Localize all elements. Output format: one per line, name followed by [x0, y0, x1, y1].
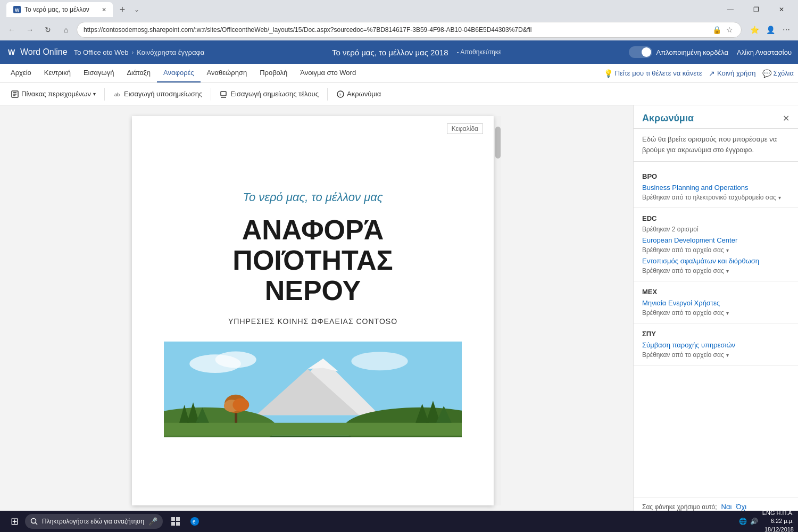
minimize-button[interactable]: — — [718, 0, 743, 19]
doc-subtitle: Το νερό μας, το μέλλον μας — [164, 190, 462, 204]
new-tab-button[interactable]: + — [115, 2, 130, 17]
edge-icon: e — [190, 517, 200, 526]
svg-point-16 — [351, 352, 408, 370]
simplified-ribbon-toggle[interactable] — [629, 46, 652, 58]
taskbar-sys-icons: 🌐 🔊 — [739, 518, 758, 525]
refresh-button[interactable]: ↻ — [40, 22, 55, 37]
acronym-source-bpo: Βρέθηκαν από το ηλεκτρονικό ταχυδρομείο … — [642, 194, 789, 201]
taskbar-time: ENG Η.Π.Α. 6:22 μ.μ. 18/12/2018 — [762, 509, 794, 532]
tab-close-button[interactable]: ✕ — [102, 6, 106, 13]
microphone-icon[interactable]: 🎤 — [148, 517, 157, 526]
doc-org: ΥΠΗΡΕΣΙΕΣ ΚΟΙΝΗΣ ΩΦΕΛΕΙΑΣ CONTOSO — [164, 317, 462, 326]
doc-main-title: ΑΝΑΦΟΡΆ ΠΟΙΌΤΗΤΑΣ ΝΕΡΟΥ — [164, 215, 462, 306]
acronym-link-edc-2[interactable]: Εντοπισμός σφαλμάτων και διόρθωση — [642, 257, 789, 265]
source-expand-spy[interactable]: ▾ — [726, 352, 729, 358]
breadcrumb-item-1[interactable]: To Office oto Web — [74, 48, 129, 56]
tab-layout[interactable]: Διάταξη — [120, 64, 157, 82]
acronym-code-edc: EDC — [642, 214, 789, 222]
panel-close-button[interactable]: ✕ — [783, 113, 789, 123]
browser-titlebar: W Το νερό μας, το μέλλον ✕ + ⌄ — ❐ ✕ — [0, 0, 798, 19]
endnote-button[interactable]: Εισαγωγή σημείωσης τέλους — [215, 88, 323, 101]
tab-insert[interactable]: Εισαγωγή — [77, 64, 120, 82]
word-logo: W Word Online — [6, 46, 68, 59]
svg-text:?: ? — [339, 93, 342, 97]
panel-header: Ακρωνύμια ✕ — [634, 105, 798, 129]
taskbar-search[interactable]: Πληκτρολογήστε εδώ για αναζήτηση 🎤 — [25, 514, 163, 529]
restore-button[interactable]: ❐ — [744, 0, 768, 19]
source-expand-bpo[interactable]: ▾ — [778, 195, 781, 201]
footnote-button[interactable]: ab Εισαγωγή υποσημείωσης — [109, 88, 206, 101]
start-button[interactable]: ⊞ — [4, 516, 25, 527]
user-name[interactable]: Αλίκη Αναστασίου — [737, 48, 792, 56]
document-scroll-area[interactable]: Κεφαλίδα Το νερό μας, το μέλλον μας ΑΝΑΦ… — [0, 105, 633, 516]
taskbar-task-view[interactable] — [167, 513, 184, 530]
toolbar-separator-3 — [327, 88, 328, 101]
source-expand-edc-2[interactable]: ▾ — [726, 268, 729, 274]
acronyms-panel: Ακρωνύμια ✕ Εδώ θα βρείτε ορισμούς που μ… — [633, 105, 798, 516]
browser-tab-active[interactable]: W Το νερό μας, το μέλλον ✕ — [6, 2, 113, 17]
current-date: 18/12/2018 — [762, 526, 794, 532]
acronym-item-bpo: BPO Business Planning and Operations Βρέ… — [634, 166, 798, 208]
current-time: 6:22 μ.μ. — [762, 517, 794, 525]
search-placeholder: Πληκτρολογήστε εδώ για αναζήτηση — [42, 518, 144, 525]
source-expand-mex[interactable]: ▾ — [726, 310, 729, 316]
breadcrumb-item-2[interactable]: Κοινόχρηστα έγγραφα — [137, 48, 204, 56]
tab-review[interactable]: Αναθεώρηση — [201, 64, 254, 82]
acronym-count-edc: Βρέθηκαν 2 ορισμοί — [642, 226, 789, 233]
extensions-button[interactable]: ⭐ — [747, 22, 762, 37]
toc-button[interactable]: Πίνακας περιεχομένων ▾ — [6, 88, 100, 101]
acronyms-button[interactable]: ? Ακρωνύμια — [332, 88, 385, 101]
word-header: W Word Online To Office oto Web › Κοινόχ… — [0, 40, 798, 64]
simplified-ribbon-toggle-area: Απλοποιημένη κορδέλα — [629, 46, 729, 58]
tab-menu-button[interactable]: ⌄ — [134, 6, 139, 13]
acronym-link-bpo[interactable]: Business Planning and Operations — [642, 184, 789, 192]
panel-footer-text: Σας φάνηκε χρήσιμο αυτό; — [642, 503, 717, 511]
home-button[interactable]: ⌂ — [59, 22, 73, 37]
tab-references[interactable]: Αναφορές — [157, 64, 201, 82]
scrollbar-thumb[interactable] — [495, 127, 501, 159]
svg-rect-37 — [171, 522, 175, 526]
address-bar[interactable]: https://contosodemosg.sharepoint.com/:w:… — [77, 22, 742, 38]
comment-icon: 💬 — [762, 69, 771, 78]
tab-view[interactable]: Προβολή — [253, 64, 294, 82]
more-button[interactable]: ⋯ — [779, 22, 794, 37]
simplified-ribbon-label: Απλοποιημένη κορδέλα — [656, 48, 729, 56]
taskbar-right: 🌐 🔊 ENG Η.Π.Α. 6:22 μ.μ. 18/12/2018 — [739, 509, 794, 532]
source-expand-edc-1[interactable]: ▾ — [726, 247, 729, 253]
acronym-source-edc-1: Βρέθηκαν από το αρχείο σας ▾ — [642, 246, 789, 254]
browser-addressbar: ← → ↻ ⌂ https://contosodemosg.sharepoint… — [0, 19, 798, 40]
share-icon: ↗ — [709, 69, 715, 78]
forward-button[interactable]: → — [22, 22, 37, 37]
footer-yes-button[interactable]: Ναι — [721, 503, 732, 511]
comments-button[interactable]: 💬 Σχόλια — [762, 69, 794, 78]
tab-file[interactable]: Αρχείο — [4, 64, 38, 82]
star-icon[interactable]: ☆ — [724, 24, 735, 35]
close-button[interactable]: ✕ — [769, 0, 794, 19]
toc-dropdown-icon: ▾ — [93, 91, 96, 97]
lightbulb-icon: 💡 — [604, 69, 613, 78]
acronym-link-spy[interactable]: Σύμβαση παροχής υπηρεσιών — [642, 341, 789, 349]
address-text: https://contosodemosg.sharepoint.com/:w:… — [84, 26, 711, 34]
svg-line-34 — [36, 523, 38, 525]
vertical-scrollbar[interactable] — [494, 116, 501, 505]
svg-rect-36 — [176, 517, 180, 521]
tab-home[interactable]: Κεντρική — [38, 64, 77, 82]
profile-button[interactable]: 👤 — [763, 22, 778, 37]
acronym-link-mex[interactable]: Μηνιαία Ενεργοί Χρήστες — [642, 299, 789, 307]
panel-content: BPO Business Planning and Operations Βρέ… — [634, 162, 798, 497]
address-icons: 🔒 ☆ — [711, 24, 735, 35]
tell-me-button[interactable]: 💡 Πείτε μου τι θέλετε να κάνετε — [604, 69, 702, 78]
mountain-illustration — [164, 342, 462, 437]
back-button[interactable]: ← — [4, 22, 19, 37]
acronym-code-spy: ΣΠΥ — [642, 330, 789, 338]
tab-open-word[interactable]: Άνοιγμα στο Word — [294, 64, 362, 82]
acronym-code-bpo: BPO — [642, 172, 789, 180]
svg-text:W: W — [15, 7, 20, 13]
acronym-link-edc-1[interactable]: European Development Center — [642, 236, 789, 244]
endnote-icon — [220, 90, 228, 98]
acronym-item-edc: EDC Βρέθηκαν 2 ορισμοί European Developm… — [634, 208, 798, 281]
word-logo-text: Word Online — [20, 47, 68, 57]
taskbar-edge[interactable]: e — [186, 513, 203, 530]
acronym-source-edc-2: Βρέθηκαν από το αρχείο σας ▾ — [642, 267, 789, 275]
share-button[interactable]: ↗ Κοινή χρήση — [709, 69, 756, 78]
